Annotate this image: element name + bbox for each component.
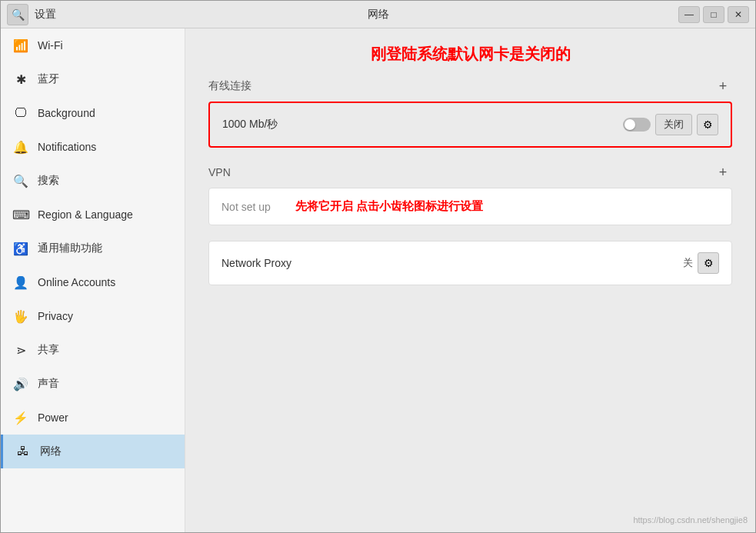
main-panel: 刚登陆系统默认网卡是关闭的 有线连接 + 1000 Mb/秒 [185, 28, 755, 532]
wired-toggle[interactable] [623, 118, 651, 132]
minimize-button[interactable]: — [678, 6, 700, 23]
wired-section: 有线连接 + 1000 Mb/秒 关闭 [208, 77, 732, 148]
sidebar-item-power[interactable]: ⚡ Power [1, 401, 185, 435]
privacy-icon: 🖐 [13, 308, 28, 324]
sharing-icon: ⋗ [13, 342, 28, 358]
sidebar-item-network-label: 网络 [40, 445, 62, 458]
sidebar-item-online-accounts[interactable]: 👤 Online Accounts [1, 265, 185, 299]
proxy-section: Network Proxy 关 ⚙ [208, 241, 732, 285]
wired-section-header: 有线连接 + [208, 77, 732, 95]
online-accounts-icon: 👤 [13, 275, 28, 290]
sound-icon: 🔊 [13, 376, 28, 391]
sidebar-item-network[interactable]: 🖧 网络 [1, 435, 185, 468]
sidebar-item-bluetooth-label: 蓝牙 [38, 72, 59, 86]
titlebar-controls: — □ ✕ [678, 6, 749, 23]
watermark: https://blog.csdn.net/shengjie8 [633, 515, 748, 525]
sidebar-item-notifications[interactable]: 🔔 Notifications [1, 130, 185, 164]
sidebar-item-sound-label: 声音 [38, 377, 59, 391]
wired-speed-label: 1000 Mb/秒 [222, 118, 278, 132]
wired-section-title: 有线连接 [208, 79, 251, 93]
notifications-icon: 🔔 [13, 139, 28, 155]
network-icon: 🖧 [15, 444, 31, 459]
sidebar-item-background[interactable]: 🖵 Background [1, 96, 185, 130]
background-icon: 🖵 [13, 105, 28, 121]
accessibility-icon: ♿ [13, 241, 28, 256]
titlebar: 🔍 设置 网络 — □ ✕ [1, 1, 755, 28]
wired-add-button[interactable]: + [714, 77, 732, 95]
wired-card-bordered: 1000 Mb/秒 关闭 ⚙ [208, 102, 732, 148]
sidebar-item-wifi[interactable]: 📶 Wi-Fi [1, 28, 185, 62]
sidebar-item-region[interactable]: ⌨ Region & Language [1, 198, 185, 232]
restore-button[interactable]: □ [703, 6, 724, 23]
vpn-add-button[interactable]: + [714, 163, 732, 182]
proxy-status: 关 [683, 256, 693, 270]
sidebar-item-online-accounts-label: Online Accounts [38, 276, 115, 288]
annotation-top: 刚登陆系统默认网卡是关闭的 [208, 44, 732, 65]
sidebar-item-privacy[interactable]: 🖐 Privacy [1, 299, 185, 333]
search-nav-icon: 🔍 [13, 173, 28, 188]
vpn-section-header: VPN + [208, 163, 732, 182]
proxy-controls: 关 ⚙ [683, 252, 719, 274]
vpn-annotation: 先将它开启 点击小齿轮图标进行设置 [295, 199, 483, 214]
sidebar-item-bluetooth[interactable]: ✱ 蓝牙 [1, 62, 185, 96]
settings-label: 设置 [35, 8, 56, 22]
titlebar-left: 🔍 设置 [7, 4, 56, 25]
wired-controls: 关闭 ⚙ [623, 114, 718, 135]
sidebar-item-accessibility-label: 通用辅助功能 [38, 242, 102, 255]
search-button[interactable]: 🔍 [7, 4, 28, 25]
sidebar: 📶 Wi-Fi ✱ 蓝牙 🖵 Background 🔔 Notification… [1, 28, 185, 532]
sidebar-item-privacy-label: Privacy [38, 310, 73, 322]
close-button[interactable]: ✕ [728, 6, 749, 23]
sidebar-item-search[interactable]: 🔍 搜索 [1, 164, 185, 198]
vpn-card-row: Not set up 先将它开启 点击小齿轮图标进行设置 [209, 188, 731, 225]
content-area: 📶 Wi-Fi ✱ 蓝牙 🖵 Background 🔔 Notification… [1, 28, 755, 532]
vpn-section-title: VPN [208, 166, 231, 178]
sidebar-item-region-label: Region & Language [38, 208, 133, 221]
vpn-not-setup-label: Not set up [221, 201, 271, 213]
sidebar-item-search-label: 搜索 [38, 174, 59, 188]
sidebar-item-notifications-label: Notifications [38, 141, 96, 153]
vpn-section: VPN + Not set up 先将它开启 点击小齿轮图标进行设置 [208, 163, 732, 225]
proxy-gear-icon: ⚙ [704, 257, 714, 269]
wifi-icon: 📶 [13, 38, 28, 53]
sidebar-item-sharing-label: 共享 [38, 343, 59, 357]
sidebar-item-background-label: Background [38, 107, 95, 119]
toggle-track [623, 118, 651, 132]
sidebar-item-sound[interactable]: 🔊 声音 [1, 367, 185, 401]
wired-gear-icon: ⚙ [703, 118, 713, 131]
proxy-label: Network Proxy [221, 257, 291, 269]
toggle-knob [624, 119, 635, 130]
wired-card-row: 1000 Mb/秒 关闭 ⚙ [210, 103, 731, 146]
sidebar-item-accessibility[interactable]: ♿ 通用辅助功能 [1, 232, 185, 265]
power-icon: ⚡ [13, 410, 28, 425]
bluetooth-icon: ✱ [13, 72, 28, 87]
sidebar-item-power-label: Power [38, 411, 68, 424]
wired-close-button[interactable]: 关闭 [655, 114, 692, 135]
proxy-card: Network Proxy 关 ⚙ [208, 241, 732, 285]
proxy-gear-button[interactable]: ⚙ [698, 252, 719, 274]
settings-window: 🔍 设置 网络 — □ ✕ 📶 Wi-Fi ✱ 蓝牙 🖵 Background [0, 0, 756, 533]
region-icon: ⌨ [13, 207, 28, 222]
proxy-card-row: Network Proxy 关 ⚙ [209, 242, 731, 285]
wired-gear-button[interactable]: ⚙ [697, 114, 718, 135]
window-title: 网络 [368, 8, 389, 22]
sidebar-item-sharing[interactable]: ⋗ 共享 [1, 333, 185, 367]
search-icon: 🔍 [12, 8, 25, 21]
sidebar-item-wifi-label: Wi-Fi [38, 39, 63, 52]
vpn-card: Not set up 先将它开启 点击小齿轮图标进行设置 [208, 188, 732, 225]
